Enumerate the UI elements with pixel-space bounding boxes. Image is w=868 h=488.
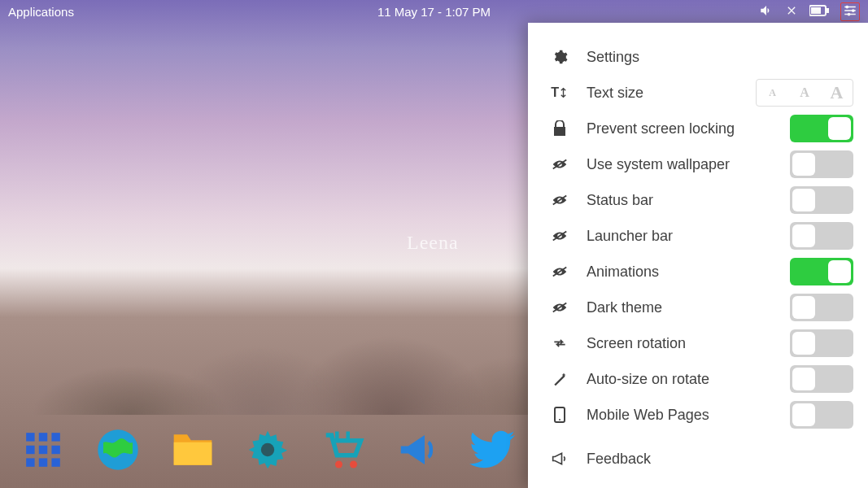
system-wallpaper-toggle[interactable] bbox=[790, 150, 853, 178]
status-bar-toggle[interactable] bbox=[790, 186, 853, 214]
applications-menu[interactable]: Applications bbox=[8, 5, 74, 19]
svg-rect-9 bbox=[26, 446, 34, 454]
prevent-lock-toggle[interactable] bbox=[790, 115, 853, 142]
prevent-lock-label: Prevent screen locking bbox=[587, 120, 790, 137]
desktop: Leena Applications 11 May 17 - 1:07 PM bbox=[0, 0, 868, 488]
mobile-web-toggle[interactable] bbox=[790, 401, 853, 429]
svg-rect-14 bbox=[51, 458, 59, 466]
dock-shopping-cart[interactable] bbox=[319, 426, 366, 473]
svg-rect-13 bbox=[39, 458, 47, 466]
settings-panel: Settings T Text size AAA Prevent screen … bbox=[528, 23, 868, 488]
dock-megaphone[interactable] bbox=[394, 426, 441, 473]
feedback-label: Feedback bbox=[587, 451, 853, 468]
eye-off-icon bbox=[547, 301, 572, 314]
lock-icon bbox=[547, 120, 572, 137]
svg-rect-2 bbox=[811, 7, 821, 14]
text-size-icon: T bbox=[547, 85, 572, 100]
svg-point-16 bbox=[261, 443, 274, 456]
status-bar-row: Status bar bbox=[528, 182, 868, 218]
settings-header-label: Settings bbox=[587, 49, 853, 66]
launcher-bar-toggle[interactable] bbox=[790, 222, 853, 250]
eye-off-icon bbox=[547, 265, 572, 278]
dock bbox=[20, 426, 516, 473]
battery-icon[interactable] bbox=[809, 5, 829, 19]
system-tray bbox=[759, 2, 860, 21]
svg-rect-12 bbox=[26, 458, 34, 466]
eye-off-icon bbox=[547, 229, 572, 242]
rotate-icon bbox=[547, 336, 572, 351]
dark-theme-toggle[interactable] bbox=[790, 294, 853, 321]
mobile-web-row: Mobile Web Pages bbox=[528, 397, 868, 433]
auto-size-row: Auto-size on rotate bbox=[528, 361, 868, 397]
eye-off-icon bbox=[547, 194, 572, 207]
settings-sliders-icon[interactable] bbox=[840, 2, 860, 21]
dock-apps-grid[interactable] bbox=[20, 426, 67, 473]
svg-rect-6 bbox=[26, 433, 34, 441]
top-bar: Applications 11 May 17 - 1:07 PM bbox=[0, 0, 868, 23]
wand-icon bbox=[547, 371, 572, 387]
svg-point-4 bbox=[852, 9, 855, 12]
dock-twitter[interactable] bbox=[469, 426, 516, 473]
animations-label: Animations bbox=[587, 264, 790, 281]
text-size-picker[interactable]: AAA bbox=[756, 79, 853, 107]
text-size-row: T Text size AAA bbox=[528, 75, 868, 111]
system-wallpaper-label: Use system wallpaper bbox=[587, 156, 790, 173]
volume-icon[interactable] bbox=[759, 3, 774, 20]
mobile-icon bbox=[547, 407, 572, 423]
text-size-label: Text size bbox=[587, 85, 756, 102]
svg-point-3 bbox=[845, 5, 848, 8]
auto-size-toggle[interactable] bbox=[790, 365, 853, 393]
dock-settings-gear[interactable] bbox=[244, 426, 291, 473]
settings-header: Settings bbox=[528, 39, 868, 75]
svg-rect-7 bbox=[39, 433, 47, 441]
feedback-row[interactable]: Feedback bbox=[528, 441, 868, 477]
megaphone-icon bbox=[547, 451, 572, 466]
status-bar-label: Status bar bbox=[587, 192, 790, 209]
svg-point-17 bbox=[335, 461, 342, 468]
svg-point-18 bbox=[350, 461, 357, 468]
svg-rect-11 bbox=[51, 446, 59, 454]
dark-theme-row: Dark theme bbox=[528, 290, 868, 325]
animations-row: Animations bbox=[528, 254, 868, 290]
system-wallpaper-row: Use system wallpaper bbox=[528, 146, 868, 182]
screen-rotation-label: Screen rotation bbox=[587, 335, 790, 352]
svg-rect-1 bbox=[827, 8, 829, 13]
eye-off-icon bbox=[547, 158, 572, 171]
svg-point-5 bbox=[848, 12, 851, 15]
animations-toggle[interactable] bbox=[790, 258, 853, 285]
launcher-bar-label: Launcher bar bbox=[587, 228, 790, 245]
svg-point-21 bbox=[559, 419, 560, 420]
wallpaper-watermark: Leena bbox=[407, 232, 459, 254]
dock-folder[interactable] bbox=[169, 426, 216, 473]
prevent-lock-row: Prevent screen locking bbox=[528, 111, 868, 146]
svg-rect-10 bbox=[39, 446, 47, 454]
screen-rotation-toggle[interactable] bbox=[790, 329, 853, 357]
auto-size-label: Auto-size on rotate bbox=[587, 371, 790, 388]
launcher-bar-row: Launcher bar bbox=[528, 218, 868, 254]
svg-rect-8 bbox=[51, 433, 59, 441]
dark-theme-label: Dark theme bbox=[587, 299, 790, 316]
svg-text:T: T bbox=[551, 85, 559, 99]
dock-globe[interactable] bbox=[94, 426, 142, 473]
datetime[interactable]: 11 May 17 - 1:07 PM bbox=[377, 5, 491, 19]
gear-icon bbox=[547, 49, 572, 65]
close-icon[interactable] bbox=[785, 4, 798, 20]
screen-rotation-row: Screen rotation bbox=[528, 325, 868, 361]
mobile-web-label: Mobile Web Pages bbox=[587, 407, 790, 424]
